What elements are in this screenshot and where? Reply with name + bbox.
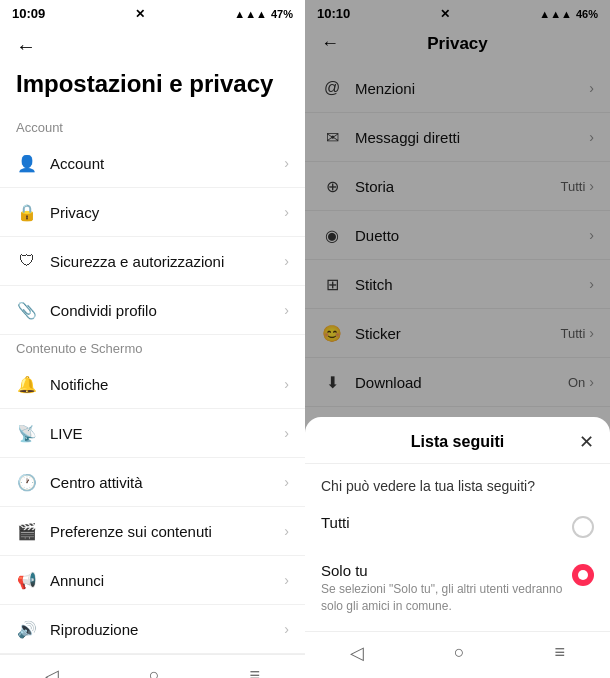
account-chevron: › [284, 155, 289, 171]
modal-close-button[interactable]: ✕ [579, 431, 594, 453]
radio-tutti[interactable] [572, 516, 594, 538]
security-label: Sicurezza e autorizzazioni [50, 253, 284, 270]
share-profile-chevron: › [284, 302, 289, 318]
modal-option-solo-tu-content: Solo tu Se selezioni "Solo tu", gli altr… [321, 562, 564, 615]
left-nav-menu[interactable]: ≡ [250, 665, 261, 678]
modal-option-tutti-label: Tutti [321, 514, 564, 531]
menu-item-activity[interactable]: 🕐 Centro attività › [0, 458, 305, 507]
left-signal-icon: ▲▲▲ [234, 8, 267, 20]
menu-item-security[interactable]: 🛡 Sicurezza e autorizzazioni › [0, 237, 305, 286]
left-panel: 10:09 ✕ ▲▲▲ 47% ← Impostazioni e privacy… [0, 0, 305, 678]
content-prefs-chevron: › [284, 523, 289, 539]
share-profile-icon: 📎 [16, 299, 38, 321]
privacy-icon: 🔒 [16, 201, 38, 223]
menu-item-account[interactable]: 👤 Account › [0, 139, 305, 188]
activity-chevron: › [284, 474, 289, 490]
left-battery: 47% [271, 8, 293, 20]
content-prefs-label: Preferenze sui contenuti [50, 523, 284, 540]
content-section-label: Contenuto e Schermo [0, 335, 305, 360]
modal-title: Lista seguiti [411, 433, 504, 451]
activity-label: Centro attività [50, 474, 284, 491]
left-nav-home[interactable]: ○ [149, 665, 160, 678]
notifications-label: Notifiche [50, 376, 284, 393]
activity-icon: 🕐 [16, 471, 38, 493]
modal-option-solo-tu-label: Solo tu [321, 562, 564, 579]
modal-header: Lista seguiti ✕ [305, 433, 610, 464]
content-prefs-icon: 🎬 [16, 520, 38, 542]
ads-icon: 📢 [16, 569, 38, 591]
menu-item-ads[interactable]: 📢 Annunci › [0, 556, 305, 605]
radio-solo-tu[interactable] [572, 564, 594, 586]
left-status-bar: 10:09 ✕ ▲▲▲ 47% [0, 0, 305, 27]
modal-option-tutti[interactable]: Tutti [305, 502, 610, 550]
playback-label: Riproduzione [50, 621, 284, 638]
privacy-label: Privacy [50, 204, 284, 221]
notifications-chevron: › [284, 376, 289, 392]
left-nav-back[interactable]: ◁ [45, 665, 59, 678]
menu-item-content-prefs[interactable]: 🎬 Preferenze sui contenuti › [0, 507, 305, 556]
live-label: LIVE [50, 425, 284, 442]
modal-question: Chi può vedere la tua lista seguiti? [305, 464, 610, 502]
modal-nav-home[interactable]: ○ [454, 642, 465, 664]
menu-item-live[interactable]: 📡 LIVE › [0, 409, 305, 458]
modal-option-solo-tu[interactable]: Solo tu Se selezioni "Solo tu", gli altr… [305, 550, 610, 627]
menu-item-playback[interactable]: 🔊 Riproduzione › [0, 605, 305, 654]
live-icon: 📡 [16, 422, 38, 444]
security-icon: 🛡 [16, 250, 38, 272]
share-profile-label: Condividi profilo [50, 302, 284, 319]
right-panel: 10:10 ✕ ▲▲▲ 46% ← Privacy @ Menzioni › ✉… [305, 0, 610, 678]
modal-nav-back[interactable]: ◁ [350, 642, 364, 664]
content-menu-list: 🔔 Notifiche › 📡 LIVE › 🕐 Centro attività… [0, 360, 305, 654]
privacy-chevron: › [284, 204, 289, 220]
playback-chevron: › [284, 621, 289, 637]
modal-overlay[interactable]: Lista seguiti ✕ Chi può vedere la tua li… [305, 0, 610, 678]
playback-icon: 🔊 [16, 618, 38, 640]
notifications-icon: 🔔 [16, 373, 38, 395]
modal-option-tutti-content: Tutti [321, 514, 564, 531]
account-section-label: Account [0, 114, 305, 139]
modal-sheet: Lista seguiti ✕ Chi può vedere la tua li… [305, 417, 610, 678]
left-page-title: Impostazioni e privacy [0, 66, 305, 114]
left-time: 10:09 [12, 6, 45, 21]
left-back-button[interactable]: ← [0, 27, 305, 66]
account-label: Account [50, 155, 284, 172]
ads-label: Annunci [50, 572, 284, 589]
security-chevron: › [284, 253, 289, 269]
left-x-icon: ✕ [135, 7, 145, 21]
live-chevron: › [284, 425, 289, 441]
ads-chevron: › [284, 572, 289, 588]
left-bottom-nav: ◁ ○ ≡ [0, 654, 305, 678]
modal-option-solo-tu-desc: Se selezioni "Solo tu", gli altri utenti… [321, 581, 564, 615]
account-icon: 👤 [16, 152, 38, 174]
menu-item-notifications[interactable]: 🔔 Notifiche › [0, 360, 305, 409]
account-menu-list: 👤 Account › 🔒 Privacy › 🛡 Sicurezza e au… [0, 139, 305, 335]
menu-item-share-profile[interactable]: 📎 Condividi profilo › [0, 286, 305, 335]
modal-bottom-nav: ◁ ○ ≡ [305, 631, 610, 678]
modal-nav-menu[interactable]: ≡ [555, 642, 566, 664]
menu-item-privacy[interactable]: 🔒 Privacy › [0, 188, 305, 237]
